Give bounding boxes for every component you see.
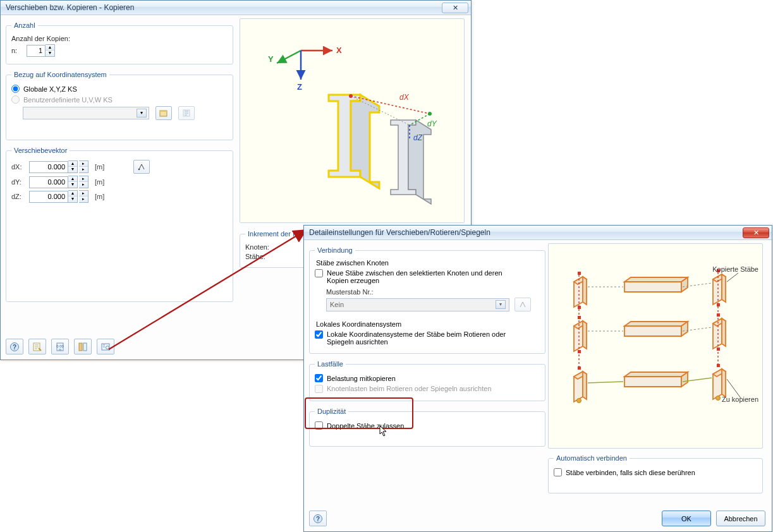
legend-dup: Duplizität — [315, 408, 348, 415]
dialog-title: Verschieben bzw. Kopieren - Kopieren — [6, 3, 442, 12]
n-spinner[interactable]: ▲▼ — [46, 44, 55, 57]
chevron-down-icon: ▾ — [137, 109, 147, 118]
chk-autoconnect[interactable]: Stäbe verbinden, falls sich diese berühr… — [554, 468, 757, 476]
dialog2-footer-left: ? — [309, 511, 327, 526]
dz-unit: [m] — [95, 193, 104, 200]
ok-button[interactable]: OK — [662, 511, 711, 526]
dy-unit: [m] — [95, 178, 104, 186]
svg-point-41 — [577, 399, 581, 403]
axis-x-label: X — [336, 45, 342, 55]
svg-text:m: m — [59, 348, 61, 351]
chk-dup[interactable]: Doppelte Stäbe zulassen — [315, 421, 540, 430]
copies-label: Anzahl der Kopien: — [11, 35, 70, 42]
sub-staebe-knoten: Stäbe zwischen Knoten — [316, 259, 540, 267]
svg-line-39 — [588, 382, 623, 383]
axis-z-label: Z — [297, 82, 302, 92]
dialog1-footer: ? 0.00m — [6, 339, 114, 354]
chk-copy-load[interactable]: Belastung mitkopieren — [315, 374, 540, 382]
user-ks-combo[interactable]: ▾ — [23, 107, 149, 119]
dz-input[interactable] — [29, 191, 68, 203]
edit-ks-button[interactable] — [178, 106, 195, 120]
radio-user-input[interactable] — [11, 95, 20, 104]
close-button-2[interactable]: ✕ — [743, 227, 769, 238]
svg-text:?: ? — [13, 344, 16, 351]
svg-line-43 — [727, 273, 738, 282]
chk-node-loads[interactable]: Knotenlasten beim Rotieren oder Spiegeln… — [315, 385, 540, 393]
radio-global-ks[interactable]: Globale X,Y,Z KS — [11, 85, 228, 93]
chk-copy-load-input[interactable] — [315, 374, 323, 382]
group-vektor: Verschiebevektor dX: ▲▼ ▸▸ [m] dY: — [6, 147, 233, 302]
n-label: n: — [11, 47, 23, 54]
edit-numbering-button[interactable] — [28, 339, 46, 354]
chk-node-loads-label: Knotenlasten beim Rotieren oder Spiegeln… — [327, 385, 492, 392]
help-button[interactable]: ? — [6, 339, 23, 354]
chk-new-members-label: Neue Stäbe zwischen den selektierten Kno… — [327, 269, 523, 284]
dx-input[interactable] — [29, 161, 68, 173]
svg-rect-1 — [160, 111, 167, 112]
dz-spinner[interactable]: ▲▼ — [68, 190, 78, 203]
chk-new-members-input[interactable] — [315, 269, 323, 277]
chk-copy-load-label: Belastung mitkopieren — [327, 375, 396, 382]
detail-settings-dialog: Detaileinstellungen für Verschieben/Roti… — [303, 225, 772, 532]
dx-pick-spinner[interactable]: ▸▸ — [79, 160, 88, 173]
chk-new-members[interactable]: Neue Stäbe zwischen den selektierten Kno… — [315, 269, 540, 284]
pick-button[interactable] — [97, 339, 114, 354]
radio-user-ks[interactable]: Benutzerdefinierte U,V,W KS — [11, 95, 228, 104]
knoten-label: Knoten: — [245, 243, 269, 251]
legend-lastfaelle: Lastfälle — [315, 360, 346, 368]
new-ks-button[interactable] — [155, 106, 172, 120]
units-button[interactable]: 0.00m — [51, 339, 69, 354]
dy-input[interactable] — [29, 176, 68, 188]
preview2-illustration: Kopierte Stäbe Zu kopieren — [548, 243, 763, 449]
chevron-down-icon: ▾ — [496, 300, 506, 309]
group-autoverbinden: Automatisch verbinden Stäbe verbinden, f… — [548, 454, 763, 493]
dy-label: dY: — [11, 178, 25, 186]
dz-pick-spinner[interactable]: ▸▸ — [79, 190, 88, 203]
titlebar-2: Detaileinstellungen für Verschieben/Roti… — [304, 226, 772, 240]
radio-user-label: Benutzerdefinierte U,V,W KS — [23, 96, 113, 104]
chk-lks-input[interactable] — [315, 330, 323, 339]
details-button[interactable] — [74, 339, 92, 354]
dialog2-body: Verbindung Stäbe zwischen Knoten Neue St… — [304, 240, 772, 531]
radio-global-input[interactable] — [11, 85, 20, 93]
dy-spinner[interactable]: ▲▼ — [68, 176, 78, 188]
chk-autoconnect-input[interactable] — [554, 468, 562, 476]
musterstab-label: Musterstab Nr.: — [326, 288, 540, 296]
legend-vektor: Verschiebevektor — [11, 147, 70, 154]
help-button-2[interactable]: ? — [309, 511, 327, 526]
svg-text:dX: dX — [399, 93, 410, 102]
pick-musterstab-button[interactable] — [514, 298, 531, 311]
sub-lks: Lokales Koordinatensystem — [316, 320, 540, 328]
musterstab-select[interactable]: Kein ▾ — [326, 298, 509, 311]
chk-lks[interactable]: Lokale Koordinatensysteme der Stäbe beim… — [315, 330, 540, 346]
preview2-label-top: Kopierte Stäbe — [712, 265, 758, 273]
radio-global-label: Globale X,Y,Z KS — [23, 85, 77, 93]
legend-auto: Automatisch verbinden — [554, 454, 630, 462]
svg-point-3 — [138, 169, 140, 171]
cancel-button[interactable]: Abbrechen — [716, 511, 765, 526]
dx-spinner[interactable]: ▲▼ — [68, 160, 78, 173]
preview-illustration: X Y Z dX — [240, 18, 465, 223]
musterstab-value: Kein — [330, 301, 344, 308]
chk-dup-label: Doppelte Stäbe zulassen — [327, 422, 404, 430]
legend-ks: Bezug auf Koordinatensystem — [11, 71, 109, 78]
dy-pick-spinner[interactable]: ▸▸ — [79, 176, 88, 188]
axis-y-label: Y — [268, 54, 274, 64]
n-input[interactable] — [27, 45, 46, 57]
chk-node-loads-input[interactable] — [315, 385, 323, 393]
svg-text:?: ? — [316, 516, 320, 523]
svg-text:dY: dY — [427, 119, 437, 128]
group-duplizitaet: Duplizität Doppelte Stäbe zulassen — [309, 408, 545, 447]
group-ks: Bezug auf Koordinatensystem Globale X,Y,… — [6, 71, 233, 140]
pick-vector-button[interactable] — [133, 160, 150, 174]
staebe-label: Stäbe: — [245, 253, 265, 260]
close-button[interactable]: ✕ — [442, 3, 468, 13]
group-verbindung: Verbindung Stäbe zwischen Knoten Neue St… — [309, 246, 545, 354]
svg-rect-18 — [79, 343, 82, 351]
dialog2-title: Detaileinstellungen für Verschieben/Roti… — [309, 228, 743, 237]
svg-line-5 — [277, 51, 301, 63]
svg-point-42 — [716, 396, 721, 401]
chk-dup-input[interactable] — [315, 421, 323, 430]
spin-up-icon: ▲ — [46, 45, 54, 51]
titlebar: Verschieben bzw. Kopieren - Kopieren ✕ — [1, 1, 471, 15]
